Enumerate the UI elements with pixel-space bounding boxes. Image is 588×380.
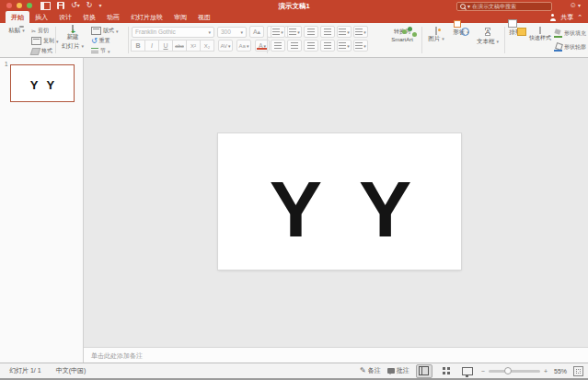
quick-styles-button[interactable]: 快速样式 <box>528 28 552 42</box>
bullets-button[interactable]: ▾ <box>271 26 285 38</box>
comments-toggle-button[interactable]: 批注 <box>387 366 409 375</box>
share-button[interactable]: 共享 <box>560 13 573 22</box>
underline-button[interactable]: U <box>158 40 173 52</box>
cut-button[interactable]: ✂剪切 <box>31 27 49 35</box>
font-name-select[interactable]: Franklin Gothic▾ <box>132 27 214 38</box>
slideshow-icon <box>462 367 473 375</box>
superscript-button[interactable]: X² <box>186 40 201 52</box>
search-input[interactable] <box>472 4 548 9</box>
language-indicator[interactable]: 中文(中国) <box>56 366 86 375</box>
line-spacing-button[interactable]: ▾ <box>337 26 352 38</box>
increase-font-button[interactable]: A▴ <box>249 26 264 38</box>
tab-design[interactable]: 设计 <box>53 11 77 23</box>
new-slide-icon <box>72 25 74 33</box>
powerpoint-window: ↺▾ ↻ ▾ 演示文稿1 ▾ ☺▾ 开始 插入 设计 切换 动画 幻灯片放映 审… <box>0 0 588 380</box>
chevron-down-icon: ▾ <box>81 43 84 49</box>
strikethrough-button[interactable]: abc <box>172 40 187 52</box>
scissors-icon: ✂ <box>31 28 36 34</box>
slide-sorter-icon <box>443 367 450 374</box>
subscript-button[interactable]: X₂ <box>200 40 214 52</box>
share-area: 共享 ⌃ <box>549 11 582 23</box>
format-painter-icon <box>30 48 41 55</box>
convert-to-smartart-button[interactable]: 转换为 SmartArt <box>386 27 418 42</box>
title-bar: ↺▾ ↻ ▾ 演示文稿1 ▾ ☺▾ <box>0 0 588 11</box>
align-right-button[interactable] <box>304 40 318 52</box>
zoom-slider[interactable] <box>489 370 540 373</box>
zoom-in-button[interactable]: + <box>544 368 548 374</box>
tab-view[interactable]: 视图 <box>192 11 216 23</box>
tab-insert[interactable]: 插入 <box>29 11 53 23</box>
align-right-icon <box>307 42 315 49</box>
feedback-button[interactable]: ☺▾ <box>570 1 581 9</box>
fit-window-icon[interactable] <box>573 366 583 376</box>
text-direction-icon <box>355 29 363 35</box>
slide-text-letter[interactable]: Y <box>359 169 409 248</box>
chevron-down-icon: ▾ <box>578 3 581 8</box>
slide-text-letter[interactable]: Y <box>270 169 320 248</box>
textbox-button[interactable]: A 文本框 ▾ <box>475 28 501 46</box>
textbox-icon: A <box>485 28 491 36</box>
character-spacing-button[interactable]: AV▾ <box>218 40 233 52</box>
tab-home[interactable]: 开始 <box>6 11 29 23</box>
align-center-icon <box>291 42 298 49</box>
layout-button[interactable]: 版式▾ <box>91 27 119 35</box>
notes-toggle-button[interactable]: ✎ 备注 <box>360 366 381 375</box>
shape-outline-button[interactable]: 形状轮廓▾ <box>554 43 588 52</box>
slide-sorter-button[interactable] <box>439 365 454 377</box>
shapes-button[interactable]: 形状 ▾ <box>450 28 472 37</box>
section-button[interactable]: 节▾ <box>91 47 110 55</box>
paste-button[interactable]: 粘贴 ▾ <box>6 26 28 35</box>
new-slide-button[interactable]: 新建 幻灯片 ▾ <box>59 26 86 51</box>
font-size-select[interactable]: 300▾ <box>217 27 247 38</box>
shape-fill-button[interactable]: 形状填充▾ <box>554 29 588 38</box>
group-separator <box>267 27 268 53</box>
notes-icon: ✎ <box>360 367 366 374</box>
slideshow-button[interactable] <box>460 365 475 377</box>
tab-transitions[interactable]: 切换 <box>77 11 101 23</box>
italic-button[interactable]: I <box>144 40 159 52</box>
normal-view-button[interactable] <box>416 364 432 378</box>
tab-animations[interactable]: 动画 <box>101 11 125 23</box>
tab-slideshow[interactable]: 幻灯片放映 <box>125 11 168 23</box>
arrange-button[interactable]: 排列 ▾ <box>507 28 527 37</box>
zoom-slider-thumb[interactable] <box>504 367 512 374</box>
columns-icon <box>339 42 346 49</box>
smiley-icon: ☺ <box>570 1 577 9</box>
change-case-button[interactable]: Aa▾ <box>236 40 251 52</box>
comments-icon <box>387 368 395 374</box>
format-painter-button[interactable]: 格式 <box>31 47 52 55</box>
zoom-out-button[interactable]: − <box>481 368 485 374</box>
picture-icon <box>435 27 437 35</box>
numbering-button[interactable]: ▾ <box>287 26 302 38</box>
group-separator <box>128 27 129 53</box>
justify-button[interactable] <box>320 40 335 52</box>
indent-increase-button[interactable] <box>320 26 335 38</box>
justify-icon <box>324 42 331 49</box>
search-icon <box>460 4 466 9</box>
bullets-icon <box>272 29 280 35</box>
slide-canvas[interactable]: Y Y <box>218 133 461 270</box>
align-center-button[interactable] <box>287 40 302 52</box>
notes-placeholder: 单击此处添加备注 <box>91 352 143 359</box>
align-left-button[interactable] <box>271 40 285 52</box>
shape-outline-icon <box>554 43 562 52</box>
search-scope-icon[interactable]: ▾ <box>467 4 470 9</box>
align-text-button[interactable]: ▾ <box>353 40 368 52</box>
notes-pane[interactable]: 单击此处添加备注 <box>84 347 588 363</box>
bold-button[interactable]: B <box>131 40 145 52</box>
columns-button[interactable]: ▾ <box>337 40 352 52</box>
indent-increase-icon <box>324 29 331 35</box>
collapse-ribbon-icon[interactable]: ⌃ <box>577 14 582 21</box>
slide-thumbnail-1[interactable]: Y Y <box>10 64 75 102</box>
text-direction-button[interactable]: ▾ <box>353 26 368 38</box>
indent-decrease-button[interactable] <box>304 26 318 38</box>
tab-review[interactable]: 审阅 <box>168 11 192 23</box>
zoom-level[interactable]: 55% <box>554 368 567 374</box>
reset-button[interactable]: ↺重置 <box>91 37 110 45</box>
search-box[interactable]: ▾ <box>456 2 552 11</box>
section-icon <box>91 48 98 54</box>
chevron-down-icon: ▾ <box>116 29 119 34</box>
group-separator <box>55 27 56 53</box>
picture-button[interactable]: 图片 ▾ <box>425 28 447 43</box>
layout-icon <box>91 27 101 35</box>
